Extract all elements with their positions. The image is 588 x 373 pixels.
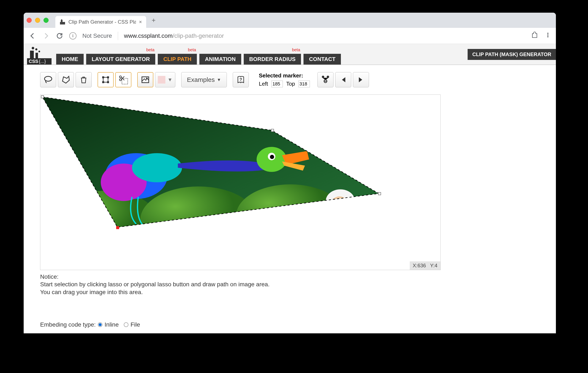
marker-title: Selected marker: [259, 72, 310, 79]
svg-rect-20 [122, 78, 128, 84]
tab-strip: Clip Path Generator - CSS Plan × + [24, 13, 556, 28]
beta-badge: beta [292, 48, 300, 52]
skip-next-icon[interactable] [353, 72, 369, 87]
color-picker-button[interactable]: ▼ [155, 72, 175, 87]
tab-close-icon[interactable]: × [139, 19, 142, 25]
nav-label: CLIP PATH [163, 56, 191, 62]
svg-point-26 [322, 76, 325, 78]
x-value: 636 [418, 263, 426, 268]
svg-point-40 [326, 190, 355, 213]
transform-tool-icon[interactable] [98, 72, 114, 87]
notice-heading: Notice: [40, 273, 556, 281]
nav-contact[interactable]: CONTACT [304, 54, 341, 65]
svg-point-13 [38, 51, 40, 52]
nav-animation[interactable]: ANIMATION [200, 54, 241, 65]
favicon-icon [60, 19, 65, 25]
new-tab-button[interactable]: + [152, 16, 156, 24]
nav-layout-generator[interactable]: beta LAYOUT GENERATOR [86, 54, 155, 65]
shopping-bag-icon[interactable] [532, 32, 539, 40]
nav-clip-path[interactable]: beta CLIP PATH [158, 54, 197, 65]
svg-point-14 [45, 76, 52, 81]
svg-rect-0 [60, 22, 65, 24]
site-logo[interactable]: CSS {...} [27, 46, 54, 65]
svg-point-22 [120, 79, 121, 81]
svg-rect-30 [40, 95, 440, 270]
reload-icon[interactable] [56, 32, 63, 40]
svg-point-11 [32, 47, 34, 49]
delete-node-icon[interactable] [317, 72, 334, 87]
polygon-handle-selected[interactable] [116, 226, 119, 229]
polygon-handle[interactable] [271, 129, 274, 132]
left-input[interactable] [271, 81, 283, 87]
svg-point-3 [547, 33, 548, 34]
svg-rect-10 [35, 53, 38, 58]
maximize-window-button[interactable] [43, 18, 49, 23]
nav-home[interactable]: HOME [56, 54, 84, 65]
minimize-window-button[interactable] [35, 18, 40, 23]
image-picker-icon[interactable] [137, 72, 153, 87]
close-window-button[interactable] [27, 18, 32, 23]
skip-previous-icon[interactable] [335, 72, 351, 87]
polygonal-lasso-tool-icon[interactable] [58, 72, 74, 87]
x-label: X: [413, 263, 418, 268]
svg-rect-1 [61, 20, 63, 22]
y-value: 4 [435, 263, 437, 268]
svg-point-33 [236, 184, 345, 247]
beta-badge: beta [146, 48, 155, 52]
y-label: Y: [430, 263, 434, 268]
svg-point-2 [61, 19, 62, 20]
svg-rect-16 [102, 76, 104, 78]
chevron-down-icon: ▼ [217, 77, 221, 82]
radio-file[interactable] [124, 322, 128, 327]
notice-line: Start selection by clicking lasso or pol… [40, 281, 556, 288]
lasso-tool-icon[interactable] [40, 72, 56, 87]
forward-icon[interactable] [42, 32, 50, 40]
radio-inline-label: Inline [105, 321, 119, 328]
examples-dropdown[interactable]: Examples ▼ [181, 72, 227, 87]
svg-text:?: ? [239, 77, 242, 82]
color-swatch [158, 76, 165, 83]
top-label: Top [286, 81, 295, 87]
chevron-down-icon: ▼ [168, 77, 173, 83]
help-book-icon[interactable]: ? [233, 72, 249, 87]
nav-label: BORDER RADIUS [249, 56, 296, 62]
tab-title: Clip Path Generator - CSS Plan [68, 19, 136, 25]
svg-point-27 [327, 76, 329, 78]
site-header: CSS {...} HOME beta LAYOUT GENERATOR [24, 44, 556, 65]
svg-rect-18 [102, 81, 104, 83]
left-label: Left [259, 81, 268, 87]
top-input[interactable] [298, 81, 310, 87]
svg-text:CSS: CSS [29, 59, 38, 64]
svg-point-21 [120, 76, 121, 78]
kebab-menu-icon[interactable] [545, 32, 551, 40]
back-icon[interactable] [29, 32, 36, 40]
browser-tab[interactable]: Clip Path Generator - CSS Plan × [55, 16, 146, 28]
clipped-image [40, 95, 440, 270]
nav-border-radius[interactable]: beta BORDER RADIUS [244, 54, 301, 65]
svg-point-41 [331, 196, 348, 210]
site-info-icon[interactable]: i [69, 32, 76, 40]
generator-title: CLIP PATH (MASK) GENERATOR [468, 49, 556, 60]
scissors-tool-icon[interactable] [115, 72, 131, 87]
notice-block: Notice: Start selection by clicking lass… [40, 273, 556, 296]
separator [118, 32, 118, 40]
main-nav: HOME beta LAYOUT GENERATOR beta CLIP PAT… [56, 54, 341, 65]
nav-label: LAYOUT GENERATOR [92, 56, 150, 62]
polygon-handle[interactable] [378, 192, 381, 195]
marker-panel: Selected marker: Left Top [259, 72, 310, 87]
toolbar: ▼ Examples ▼ ? Selected marker: Left [24, 65, 556, 94]
radio-inline[interactable] [98, 322, 102, 327]
svg-rect-9 [30, 51, 34, 58]
url-field[interactable]: www.cssplant.com /clip-path-generator [124, 32, 526, 39]
svg-point-32 [140, 186, 257, 253]
browser-window: Clip Path Generator - CSS Plan × + i Not… [24, 13, 556, 333]
security-status: Not Secure [82, 32, 112, 39]
trash-icon[interactable] [76, 72, 92, 87]
embed-label: Embeding code type: [40, 321, 96, 328]
svg-point-39 [270, 155, 274, 159]
polygon-handle[interactable] [41, 95, 44, 98]
nav-label: ANIMATION [205, 56, 235, 62]
canvas-area[interactable]: X:636 Y:4 [40, 94, 441, 270]
svg-rect-19 [107, 81, 109, 83]
extensions-area [532, 32, 551, 40]
